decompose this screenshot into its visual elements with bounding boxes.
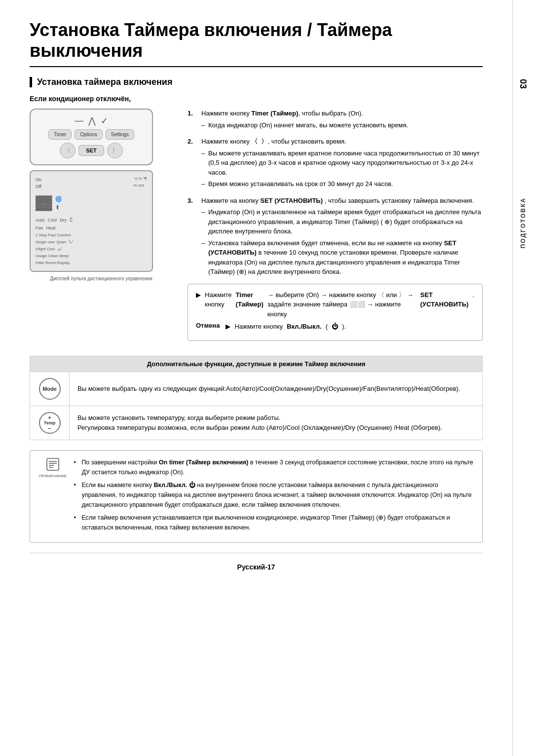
right-column: Нажмите кнопку Timer (Таймер), чтобы выб… <box>188 109 483 346</box>
icon-check: ✓ <box>101 115 108 126</box>
instruction-list: Нажмите кнопку Timer (Таймер), чтобы выб… <box>188 109 483 279</box>
primechanie-content: По завершении настройки On timer (Таймер… <box>74 457 473 535</box>
primechanie-icon: ПРИМЕЧАНИЕ <box>39 457 67 480</box>
primechanie-box: ПРИМЕЧАНИЕ По завершении настройки On ti… <box>30 450 483 543</box>
mode-button-icon: Mode <box>39 378 61 400</box>
step-2: Нажмите кнопку 〈 〉, чтобы установить вре… <box>188 137 483 191</box>
side-text: ПОДГОТОВКА <box>520 197 527 248</box>
note-box: Нажмите кнопку Timer (Таймер) → выберите… <box>188 284 483 341</box>
step-3-text: Нажмите на кнопку SET (УСТАНОВИТЬ) , что… <box>201 197 474 204</box>
svg-rect-0 <box>47 458 59 470</box>
step-2-sub-2: Время можно устанавливать на срок от 30 … <box>201 179 483 189</box>
note-icon <box>46 457 60 471</box>
step-1: Нажмите кнопку Timer (Таймер), чтобы выб… <box>188 109 483 132</box>
mode-dry: Dry <box>60 217 67 224</box>
icon-fan: ⋀ <box>88 115 96 126</box>
display-mode-row7: Filter Reset Display <box>36 260 147 266</box>
remote-buttons-row: Timer Options Settings <box>48 129 134 140</box>
remote-control-top: — ⋀ ✓ Timer Options Settings 〈 SET 〉 <box>30 109 153 165</box>
subtitle: Если кондиционер отключён, <box>30 95 483 103</box>
display-mode-row2: Fan Heat <box>36 225 147 231</box>
step-1-text: Нажмите кнопку Timer (Таймер), чтобы выб… <box>201 110 363 117</box>
display-mode-row6: Usage Clean Beep <box>36 253 147 260</box>
right-button[interactable]: 〉 <box>107 143 123 158</box>
timer-button[interactable]: Timer <box>48 129 72 140</box>
mode-heat: Heat <box>46 225 56 231</box>
mode-feature-text: Вы можете выбрать одну из следующих функ… <box>70 379 482 399</box>
display-mode-row: Auto Cool Dry C̈ <box>36 217 147 224</box>
remote-icons-row: — ⋀ ✓ <box>75 115 108 126</box>
display-mode-row5: d'light Cool ₀ₒ° <box>36 246 147 253</box>
mode-auto: Auto <box>36 217 45 224</box>
feature-row-1: Mode Вы можете выбрать одну из следующих… <box>30 372 482 406</box>
options-button[interactable]: Options <box>75 129 102 140</box>
arrow-note-2: Нажмите кнопку Вкл./Выкл. (⏻). <box>226 322 346 332</box>
icon-dash: — <box>75 115 83 126</box>
temp-feature-text: Вы можете установить температуру, когда … <box>70 408 482 437</box>
display-mode-row3: 2 Step Fast Comfort <box>36 232 147 239</box>
display-digits: ▓▓ <box>36 192 52 215</box>
page-title: Установка Таймера включения / Таймера вы… <box>30 20 483 67</box>
mode-fan: C̈ <box>70 217 73 224</box>
display-top-row: On Off °C°F ℉hr zzz <box>36 176 147 190</box>
set-button[interactable]: SET <box>78 145 104 156</box>
remote-nav-row: 〈 SET 〉 <box>60 143 122 158</box>
step-3-sub-1: Индикатор (On) и установленное на таймер… <box>201 207 483 236</box>
temp-icon-cell: + Temp − <box>30 406 70 440</box>
page-footer: Русский-17 <box>30 553 483 576</box>
temp-button-icon: + Temp − <box>39 412 61 434</box>
primechanie-label: ПРИМЕЧАНИЕ <box>39 473 67 480</box>
mode-icon-cell: Mode <box>30 372 70 406</box>
side-number: 03 <box>518 79 528 89</box>
section-title: Установка таймера включения <box>30 77 483 87</box>
primechanie-item-3: Если таймер включения устанавливается пр… <box>74 513 473 532</box>
left-column: — ⋀ ✓ Timer Options Settings 〈 SET 〉 <box>30 109 173 346</box>
step-3-sub-2: Установка таймера включения будет отмене… <box>201 238 483 277</box>
primechanie-list: По завершении настройки On timer (Таймер… <box>74 457 473 532</box>
display-on-indicator: On Off <box>36 176 41 190</box>
display-panel: On Off °C°F ℉hr zzz ▓▓ 🌀⬆ Auto Cool Dry … <box>30 170 153 272</box>
step-1-sub-1: Когда индикатор (On) начнет мигать, вы м… <box>201 120 483 130</box>
display-mode-row4: Single user Quiet ⁰ₒ° <box>36 239 147 246</box>
otmena-label: Отмена <box>196 322 220 329</box>
settings-button[interactable]: Settings <box>106 129 134 140</box>
main-content: Установка Таймера включения / Таймера вы… <box>0 0 512 756</box>
primechanie-item-2: Если вы нажмете кнопку Вкл./Выкл. ⏻ на в… <box>74 480 473 510</box>
side-tab: 03 ПОДГОТОВКА <box>512 0 533 756</box>
footer-text: Русский-17 <box>237 563 275 571</box>
step-3: Нажмите на кнопку SET (УСТАНОВИТЬ) , что… <box>188 196 483 279</box>
feature-table-header: Дополнительные функции, доступные в режи… <box>30 356 482 372</box>
mode-fan2: Fan <box>36 225 43 231</box>
left-button[interactable]: 〈 <box>60 143 76 158</box>
display-icons-right: 🌀⬆ <box>55 195 62 212</box>
primechanie-item-1: По завершении настройки On timer (Таймер… <box>74 457 473 477</box>
step-2-sub-1: Вы можете устанавливать время кратное по… <box>201 149 483 178</box>
two-col-layout: — ⋀ ✓ Timer Options Settings 〈 SET 〉 <box>30 109 483 346</box>
display-caption: Дисплей пульта дистанционного управления <box>30 276 173 281</box>
feature-table: Дополнительные функции, доступные в режи… <box>30 356 483 440</box>
mode-cool: Cool <box>48 217 57 224</box>
step-2-text: Нажмите кнопку 〈 〉, чтобы установить вре… <box>201 138 346 145</box>
display-temp-icons: °C°F ℉hr zzz <box>134 176 147 190</box>
feature-row-2: + Temp − Вы можете установить температур… <box>30 406 482 440</box>
arrow-note-1: Нажмите кнопку Timer (Таймер) → выберите… <box>196 290 474 319</box>
